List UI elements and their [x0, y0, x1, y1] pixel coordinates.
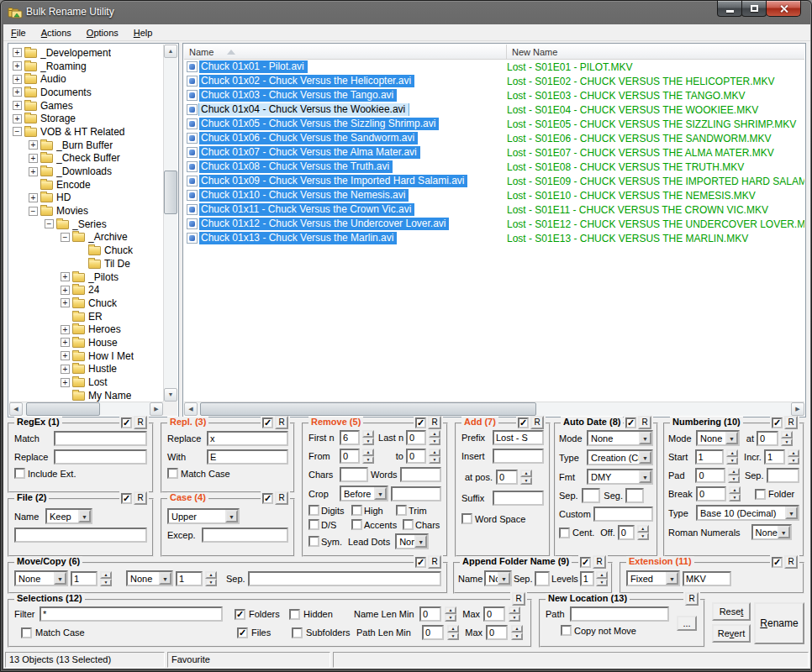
file-name-input[interactable]: [14, 528, 147, 543]
levels-input[interactable]: [580, 571, 594, 586]
expand-icon[interactable]: +: [29, 140, 38, 150]
tree-item-audio[interactable]: +Audio: [9, 72, 163, 86]
collapse-icon[interactable]: −: [61, 233, 70, 242]
match-case-checkbox[interactable]: [167, 468, 178, 479]
high-checkbox[interactable]: [351, 505, 362, 516]
expand-icon[interactable]: +: [61, 338, 70, 347]
with-input[interactable]: [207, 449, 288, 465]
levels-spinner[interactable]: ▲▼: [596, 571, 608, 586]
expand-icon[interactable]: +: [61, 325, 70, 334]
files-checkbox[interactable]: [237, 627, 248, 638]
browse-button[interactable]: ...: [677, 616, 697, 631]
tree-item-chuck[interactable]: +Chuck: [9, 297, 163, 310]
tree-item-lost[interactable]: +Lost: [9, 375, 163, 389]
tree-item-storage[interactable]: +Storage: [9, 112, 163, 125]
expand-icon[interactable]: +: [13, 87, 22, 97]
name-len-max-input[interactable]: [483, 606, 505, 622]
extension-mode-dropdown[interactable]: Fixed▼: [626, 570, 680, 586]
maximize-button[interactable]: [741, 1, 767, 17]
to-spinner[interactable]: ▲▼: [429, 449, 440, 464]
dropdown-arrow-icon[interactable]: ▼: [639, 451, 651, 464]
dropdown-arrow-icon[interactable]: ▼: [725, 432, 738, 444]
tree-vscroll-thumb[interactable]: [164, 171, 177, 214]
tree-item--developement[interactable]: +_Developement: [9, 46, 163, 60]
pad-spinner[interactable]: ▲▼: [728, 468, 740, 483]
tree-item--check-buffer[interactable]: +_Check Buffer: [9, 152, 163, 165]
append-name-dropdown[interactable]: None▼: [484, 570, 512, 586]
dropdown-arrow-icon[interactable]: ▼: [414, 535, 427, 548]
file-row[interactable]: Chuck 01x04 - Chuck Versus the Wookiee.a…: [184, 102, 804, 117]
date-custom-input[interactable]: [593, 507, 653, 522]
list-horizontal-scrollbar[interactable]: ◀ ▶: [184, 402, 804, 416]
off-input[interactable]: [618, 525, 635, 540]
file-row[interactable]: Chuck 01x08 - Chuck Versus the Truth.avi…: [184, 160, 804, 174]
tree-item-til-de[interactable]: Til De: [9, 257, 163, 270]
move-copy-count-1[interactable]: [71, 571, 98, 586]
chars-input[interactable]: [340, 467, 368, 482]
move-copy-dropdown-1[interactable]: None▼: [14, 570, 68, 586]
dropdown-arrow-icon[interactable]: ▼: [778, 526, 790, 538]
expand-icon[interactable]: +: [61, 378, 70, 387]
tree-vertical-scrollbar[interactable]: ▲ ▼: [163, 45, 177, 402]
scroll-down-icon[interactable]: ▼: [164, 388, 177, 402]
extension-input[interactable]: [683, 571, 731, 586]
file-row[interactable]: Chuck 01x01 - Pilot.aviLost - S01E01 - P…: [184, 60, 804, 74]
regex-match-input[interactable]: [54, 431, 147, 446]
copy-not-move-checkbox[interactable]: [561, 625, 572, 636]
insert-input[interactable]: [493, 449, 544, 464]
start-input[interactable]: [695, 449, 725, 465]
numbering-type-dropdown[interactable]: Base 10 (Decimal)▼: [696, 505, 799, 521]
roman-numerals-dropdown[interactable]: None▼: [751, 524, 792, 540]
first-n-spinner[interactable]: ▲▼: [362, 430, 374, 445]
last-n-input[interactable]: [406, 430, 426, 445]
folders-checkbox[interactable]: [235, 609, 245, 620]
file-row[interactable]: Chuck 01x09 - Chuck Versus the Imported …: [184, 174, 804, 188]
scroll-right-icon[interactable]: ▶: [791, 402, 804, 416]
date-fmt-dropdown[interactable]: DMY▼: [587, 469, 653, 485]
name-min-spinner[interactable]: ▲▼: [445, 606, 456, 622]
tree-item-movies[interactable]: −Movies: [9, 204, 163, 218]
file-row[interactable]: Chuck 01x12 - Chuck Versus the Undercove…: [184, 217, 804, 231]
file-row[interactable]: Chuck 01x10 - Chuck Versus the Nemesis.a…: [184, 188, 804, 202]
expand-icon[interactable]: +: [13, 48, 22, 57]
ds-checkbox[interactable]: [308, 519, 319, 530]
dropdown-arrow-icon[interactable]: ▼: [374, 487, 387, 500]
prefix-input[interactable]: [493, 430, 544, 445]
at-pos-input[interactable]: [496, 470, 518, 485]
title-bar[interactable]: Bulk Rename Utility: [1, 1, 811, 24]
excep-input[interactable]: [202, 528, 288, 543]
hidden-checkbox[interactable]: [289, 609, 300, 620]
date-sep-input[interactable]: [582, 488, 600, 503]
expand-icon[interactable]: +: [61, 298, 70, 307]
expand-icon[interactable]: +: [29, 154, 38, 163]
tree-item-how-i-met[interactable]: +How I Met: [9, 349, 163, 363]
tree-item-heroes[interactable]: +Heroes: [9, 323, 163, 336]
tree-horizontal-scrollbar[interactable]: ◀ ▶: [9, 402, 163, 416]
at-pos-spinner[interactable]: ▲▼: [520, 470, 532, 485]
collapse-icon[interactable]: −: [29, 207, 38, 216]
tree-item-er[interactable]: ER: [9, 310, 163, 323]
regex-replace-input[interactable]: [54, 449, 147, 465]
path-min-spinner[interactable]: ▲▼: [447, 625, 459, 640]
list-hscroll-thumb[interactable]: [200, 402, 536, 416]
dropdown-arrow-icon[interactable]: ▼: [785, 507, 798, 519]
revert-button[interactable]: Revert: [712, 624, 751, 643]
break-spinner[interactable]: ▲▼: [729, 486, 741, 501]
expand-icon[interactable]: +: [13, 114, 22, 123]
lead-dots-dropdown[interactable]: Non▼: [395, 533, 429, 549]
append-sep-input[interactable]: [535, 571, 550, 586]
expand-icon[interactable]: +: [13, 75, 22, 84]
expand-icon[interactable]: +: [61, 351, 70, 360]
move-copy-sep-input[interactable]: [248, 571, 441, 586]
file-row[interactable]: Chuck 01x02 - Chuck Versus the Helicopte…: [184, 74, 804, 88]
include-ext-checkbox[interactable]: [14, 468, 25, 479]
to-input[interactable]: [406, 449, 426, 464]
start-spinner[interactable]: ▲▼: [726, 449, 738, 465]
numbering-sep-input[interactable]: [767, 468, 799, 483]
tree-item-my-name[interactable]: My Name: [9, 389, 163, 402]
off-spinner[interactable]: ▲▼: [637, 525, 649, 540]
replace-input[interactable]: [207, 431, 288, 446]
menu-options[interactable]: Options: [79, 26, 126, 39]
tree-item--pilots[interactable]: +_Pilots: [9, 270, 163, 284]
pad-input[interactable]: [695, 468, 725, 483]
